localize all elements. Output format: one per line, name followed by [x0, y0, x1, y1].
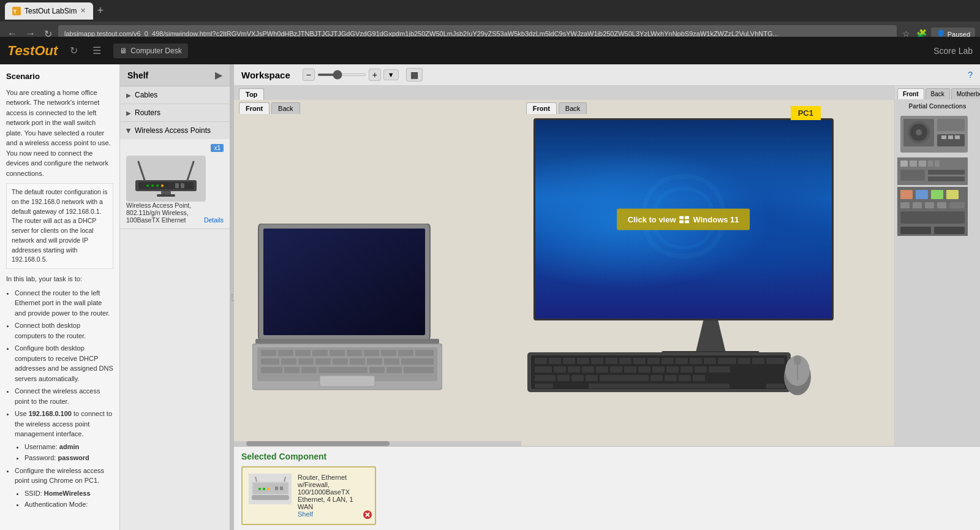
shelf-title: Shelf — [127, 70, 148, 80]
workspace-header: Workspace − + ▼ ▦ ? — [234, 64, 980, 86]
back-tab-left[interactable]: Back — [271, 102, 300, 114]
svg-rect-76 — [624, 366, 636, 373]
svg-rect-81 — [695, 366, 707, 373]
active-tab[interactable]: T TestOut LabSim ✕ — [5, 2, 93, 20]
svg-point-136 — [263, 488, 265, 490]
svg-rect-126 — [937, 202, 946, 208]
pc-panel-tabs: Front Back Motherboard — [895, 86, 980, 99]
svg-rect-115 — [900, 170, 925, 181]
svg-rect-58 — [605, 358, 617, 364]
refresh-button[interactable]: ↻ — [67, 42, 80, 59]
pc-back-tab[interactable]: Back — [925, 88, 950, 99]
scenario-panel: Scenario You are creating a home office … — [0, 64, 120, 530]
svg-rect-72 — [568, 366, 580, 373]
click-to-view-banner[interactable]: Click to view Windows 11 — [617, 209, 750, 230]
svg-rect-125 — [925, 202, 934, 208]
wireless-access-point-item[interactable]: x1 — [120, 139, 230, 229]
keyboard-svg — [527, 349, 791, 395]
routers-category: ▶ Routers — [120, 104, 230, 122]
svg-point-137 — [267, 488, 270, 490]
wireless-category: ▶ Wireless Access Points x1 — [120, 122, 230, 229]
component-card[interactable]: Router, Ethernet w/Firewall, 100/1000Bas… — [241, 466, 376, 525]
help-button[interactable]: ? — [968, 70, 973, 80]
zoom-dropdown-button[interactable]: ▼ — [383, 69, 399, 80]
new-tab-button[interactable]: + — [97, 4, 104, 17]
pc-motherboard-tab[interactable]: Motherboard — [951, 88, 980, 99]
selected-component-title: Selected Component — [241, 452, 973, 461]
pc-panel-body: Partial Connections — [895, 99, 980, 446]
svg-text:T: T — [13, 8, 17, 14]
component-info: Router, Ethernet w/Firewall, 100/1000Bas… — [298, 474, 369, 518]
pc-front-tab[interactable]: Front — [897, 88, 924, 99]
svg-rect-111 — [910, 161, 917, 167]
task-item-1: Connect the router to the left Ethernet … — [15, 288, 113, 319]
svg-rect-104 — [948, 135, 953, 139]
scroll-thumb — [246, 441, 390, 446]
svg-rect-35 — [350, 358, 365, 365]
zoom-controls: − + ▼ — [303, 69, 399, 81]
svg-rect-114 — [935, 161, 940, 167]
zoom-in-button[interactable]: + — [369, 69, 381, 81]
zoom-out-button[interactable]: − — [303, 69, 315, 81]
monitor[interactable]: Click to view Windows 11 — [533, 118, 834, 320]
scenario-title: Scenario — [6, 70, 113, 83]
routers-arrow-icon: ▶ — [126, 110, 131, 116]
cables-category-header[interactable]: ▶ Cables — [120, 86, 230, 104]
svg-rect-91 — [693, 375, 705, 381]
routers-category-header[interactable]: ▶ Routers — [120, 104, 230, 121]
workspace-view-tabs: Top — [234, 86, 894, 100]
back-tab-right[interactable]: Back — [559, 102, 587, 114]
wireless-details-link[interactable]: Details — [204, 216, 224, 224]
svg-rect-71 — [554, 366, 566, 373]
wireless-item-label: Wireless Access Point, 802.11b/g/n Wirel… — [126, 202, 224, 224]
computer-desk-button[interactable]: 🖥 Computer Desk — [113, 44, 187, 58]
remove-component-button[interactable] — [363, 510, 372, 521]
ssid-item: SSID: HomeWireless — [24, 488, 113, 499]
svg-rect-29 — [415, 350, 434, 356]
svg-rect-66 — [718, 358, 736, 364]
svg-rect-113 — [928, 161, 933, 167]
score-lab-button[interactable]: Score Lab — [933, 46, 973, 56]
zoom-slider[interactable] — [317, 74, 366, 76]
laptop-device[interactable] — [252, 224, 442, 397]
svg-rect-57 — [591, 358, 603, 364]
pc-keyboard-area — [527, 349, 821, 397]
front-tab-right[interactable]: Front — [526, 102, 557, 114]
svg-rect-70 — [535, 366, 552, 373]
svg-rect-63 — [676, 358, 688, 364]
monitor-assembly[interactable]: Click to view Windows 11 — [533, 118, 888, 363]
menu-button[interactable]: ☰ — [90, 42, 104, 59]
tab-bar: T TestOut LabSim ✕ + — [0, 0, 980, 21]
workspace-scrollbar[interactable] — [234, 441, 521, 446]
svg-rect-11 — [181, 183, 184, 188]
svg-rect-122 — [946, 190, 959, 199]
svg-point-6 — [146, 184, 149, 187]
selected-component-panel: Selected Component — [234, 446, 980, 530]
app: TestOut ↻ ☰ 🖥 Computer Desk Score Lab Sc… — [0, 37, 980, 530]
task-item-5: Use 192.168.0.100 to connect to the wire… — [15, 409, 113, 463]
screenshot-button[interactable]: ▦ — [406, 68, 423, 81]
svg-rect-43 — [369, 367, 385, 373]
svg-rect-30 — [261, 358, 279, 365]
svg-rect-20 — [261, 350, 276, 356]
svg-rect-28 — [398, 350, 413, 356]
tab-close-btn[interactable]: ✕ — [80, 7, 86, 15]
svg-rect-60 — [633, 358, 646, 364]
svg-rect-79 — [666, 366, 679, 373]
svg-rect-27 — [381, 350, 396, 356]
sub-task-list: Username: admin Password: password — [15, 442, 113, 463]
svg-rect-121 — [931, 190, 943, 199]
top-view-tab[interactable]: Top — [239, 88, 264, 100]
workspace-area: Workspace − + ▼ ▦ ? Top — [234, 64, 980, 530]
svg-rect-16 — [263, 229, 425, 335]
routers-label: Routers — [135, 108, 160, 117]
front-tab-left[interactable]: Front — [239, 102, 270, 114]
svg-point-9 — [161, 184, 164, 187]
right-device-tabs: Front Back — [526, 102, 587, 114]
cables-arrow-icon: ▶ — [126, 92, 131, 99]
tab-title: TestOut LabSim — [24, 7, 77, 15]
svg-rect-17 — [255, 339, 439, 344]
shelf-collapse-button[interactable]: ▶ — [215, 69, 222, 81]
wireless-category-header[interactable]: ▶ Wireless Access Points — [120, 122, 230, 139]
svg-rect-41 — [301, 367, 317, 373]
